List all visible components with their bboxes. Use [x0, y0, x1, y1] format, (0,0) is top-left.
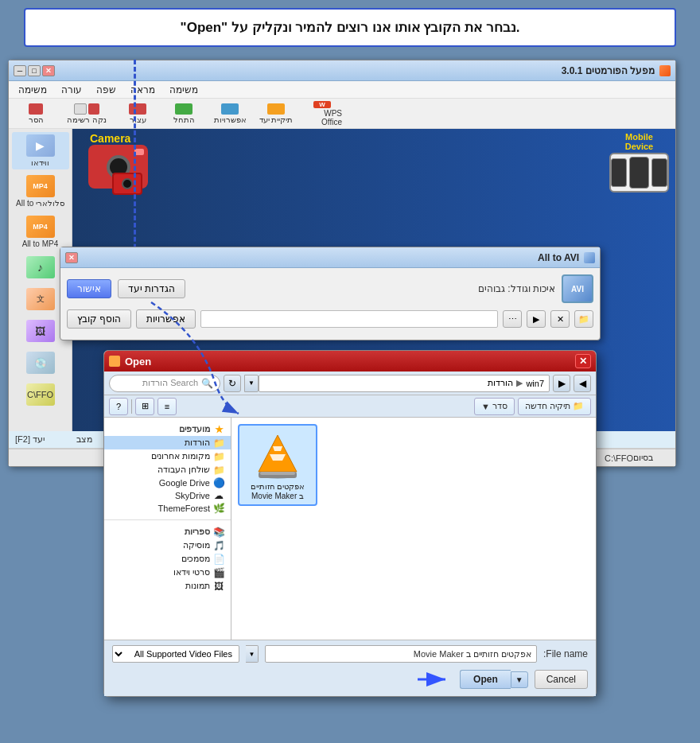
ff-title-text: מפעל הפורמטים 3.0.1	[562, 65, 655, 76]
tree-label-gdrive: Google Drive	[159, 478, 210, 488]
tree-item-desktop[interactable]: 📁 שולחן העבודה	[104, 463, 231, 477]
search-placeholder: Search הורדות	[142, 378, 198, 388]
cfo-label: C:\FFO	[605, 453, 633, 463]
delete-label: הסר	[29, 115, 44, 124]
menu-safa[interactable]: שפה	[93, 84, 119, 95]
instruction-text: .נבחר את הקובץ אותו אנו רוצים להמיר ונקל…	[181, 20, 520, 35]
nav-refresh-button[interactable]: ↻	[224, 375, 241, 392]
tree-label-themeforest: ThemeForest	[158, 504, 210, 513]
help-button[interactable]: ?	[109, 398, 128, 415]
svg-rect-5	[260, 472, 295, 475]
view-details-button[interactable]: ⊞	[135, 398, 154, 415]
favorites-label: מועדפים	[179, 424, 210, 434]
sidebar-item-video[interactable]: ▶ ווידאו	[12, 132, 69, 169]
stop-button[interactable]: עצור	[117, 101, 158, 126]
tree-item-recent[interactable]: 📁 מקומות אחרונים	[104, 449, 231, 463]
target-folder-button[interactable]: תיקיית יעד	[255, 101, 297, 126]
avi-folder-button[interactable]: 📁	[574, 310, 593, 328]
sidebar-item-all-to-slider[interactable]: MP4 All to סלולארי	[12, 173, 69, 210]
tree-item-themeforest[interactable]: 🌿 ThemeForest	[104, 502, 231, 515]
delete-button[interactable]: הסר	[15, 101, 56, 126]
nav-path-win7: win7	[526, 379, 544, 388]
tree-label-skydrive: SkyDrive	[175, 491, 210, 500]
avi-content: AVI איכות וגודל: גבוהים הגדרות יעד אישור…	[60, 268, 600, 340]
tree-label-documents: מסמכים	[181, 554, 210, 564]
avi-add-file-button[interactable]: הוסף קובץ	[67, 309, 131, 329]
audio-icon: ♪	[26, 256, 55, 278]
avi-row2: 📁 ✕ ▶ ⋯ אפשרויות הוסף קובץ	[67, 309, 593, 329]
nav-path-container: win7 ▶ הורדות ▼	[244, 375, 550, 392]
open-left-panel: ★ מועדפים 📁 הורדות 📁 מקומות אחרונים 📁 שו…	[104, 418, 231, 640]
open-file-dialog: Open ✕ ◀ ▶ win7 ▶ הורדות ▼ ↻ 🔍 Search הו…	[103, 350, 597, 697]
nav-search-box[interactable]: 🔍 Search הורדות	[109, 375, 220, 392]
preferences-button[interactable]: אפשרויות	[209, 101, 251, 126]
wps-office-button[interactable]: W WPS Office	[301, 101, 343, 126]
tree-item-pictures[interactable]: 🖼 תמונות	[104, 579, 231, 593]
toolbar2-left: ≡ ⊞ ?	[109, 398, 177, 415]
nav-back-button[interactable]: ◀	[574, 375, 591, 392]
tree-item-music[interactable]: 🎵 מוסיקה	[104, 539, 231, 552]
sidebar-item-drive[interactable]: C\FFO	[12, 381, 69, 410]
file-item-vlc[interactable]: אפקטים חזותייםב Movie Maker	[238, 424, 317, 506]
avi-delete-button[interactable]: ✕	[550, 310, 570, 328]
avi-target-settings-button[interactable]: הגדרות יעד	[118, 279, 185, 298]
avi-more-button[interactable]: ⋯	[503, 310, 522, 328]
clear-list-button[interactable]: נקה רשימה	[61, 101, 112, 126]
favorites-section: ★ מועדפים 📁 הורדות 📁 מקומות אחרונים 📁 שו…	[104, 421, 231, 516]
libraries-icon: 📚	[213, 527, 224, 537]
open-btn-row: Open ▼ Cancel	[112, 667, 588, 691]
filename-input[interactable]	[265, 645, 537, 663]
rip-icon: 💿	[26, 352, 55, 374]
avi-close-button[interactable]: ✕	[65, 252, 78, 263]
skydrive-icon: ☁	[213, 491, 224, 500]
filetype-select[interactable]: All Supported Video Files	[112, 645, 239, 663]
avi-options-button[interactable]: אפשרויות	[136, 309, 196, 329]
sidebar-item-rip[interactable]: 💿	[12, 349, 69, 378]
panel-separator	[104, 519, 231, 520]
open-dialog-close[interactable]: ✕	[575, 354, 591, 368]
view-list-button[interactable]: ≡	[158, 398, 177, 415]
tree-item-skydrive[interactable]: ☁ SkyDrive	[104, 489, 231, 502]
avi-title-text: All to AVI	[538, 252, 579, 263]
tree-item-gdrive[interactable]: 🔵 Google Drive	[104, 477, 231, 489]
filename-dropdown[interactable]: ▼	[246, 645, 259, 663]
ff-win-controls: ─ □ ✕	[14, 65, 55, 76]
close-button[interactable]: ✕	[42, 65, 55, 76]
avi-dialog: All to AVI ✕ AVI איכות וגודל: גבוהים הגד…	[60, 247, 601, 340]
tree-item-horadot[interactable]: 📁 הורדות	[104, 436, 231, 449]
open-button[interactable]: Open	[460, 670, 511, 689]
open-toolbar2: 📁 תיקיה חדשה סדר ▼ ≡ ⊞ ?	[104, 395, 596, 418]
sort-button[interactable]: סדר ▼	[474, 398, 515, 415]
new-folder-button[interactable]: 📁 תיקיה חדשה	[518, 398, 591, 415]
folder-icon-desktop: 📁	[213, 465, 224, 475]
toolbar2-separator	[131, 399, 132, 414]
avi-play-button[interactable]: ▶	[527, 310, 546, 328]
nav-path-horadot: הורדות	[488, 378, 513, 388]
tree-item-documents[interactable]: 📄 מסמכים	[104, 552, 231, 566]
libraries-label: ספריות	[185, 527, 210, 537]
menu-mishima2[interactable]: משימה	[15, 84, 50, 95]
menu-mishima[interactable]: משימה	[166, 84, 201, 95]
nav-path-dropdown[interactable]: ▼	[244, 375, 259, 392]
toolbar2-right: 📁 תיקיה חדשה סדר ▼	[474, 398, 591, 415]
blue-arrow-annotation	[414, 667, 453, 691]
menu-oreh[interactable]: עורה	[58, 84, 85, 95]
cancel-button[interactable]: Cancel	[535, 670, 588, 689]
ff-menubar: משימה מראה שפה עורה משימה	[9, 81, 675, 99]
avi-titlebar: All to AVI ✕	[60, 247, 600, 268]
sidebar-item-all-to-mp4[interactable]: MP4 All to MP4	[12, 213, 69, 251]
maximize-button[interactable]: □	[28, 65, 41, 76]
nav-path-display: win7 ▶ הורדות	[259, 375, 550, 392]
minimize-button[interactable]: ─	[14, 65, 26, 76]
open-button-dropdown[interactable]: ▼	[511, 671, 528, 688]
tree-item-videos[interactable]: 🎬 סרטי וידאו	[104, 566, 231, 579]
pictures-icon: 🖼	[213, 582, 224, 591]
avi-approve-button[interactable]: אישור	[67, 279, 111, 298]
camera-image	[88, 145, 156, 194]
avi-format-icon: AVI	[562, 274, 593, 303]
svg-marker-1	[259, 435, 297, 472]
preferences-label: אפשרויות	[214, 115, 247, 124]
nav-forward-button[interactable]: ▶	[553, 375, 570, 392]
start-button[interactable]: התחל	[163, 101, 204, 126]
menu-marea[interactable]: מראה	[127, 84, 158, 95]
